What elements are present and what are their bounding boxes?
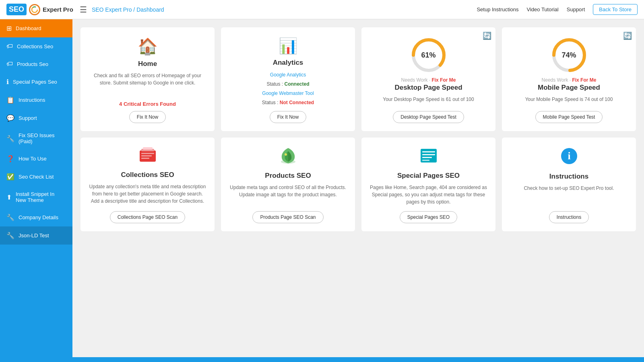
desktop-refresh-icon[interactable]: 🔄 [483, 31, 491, 40]
how-to-use-icon: ❓ [6, 155, 14, 162]
home-card-desc: Check and fix all SEO errors of Homepage… [89, 72, 206, 95]
seo-logo-text: SEO [6, 4, 27, 15]
sidebar-item-dashboard[interactable]: ⊞ Dashboard [0, 19, 72, 37]
breadcrumb-prefix: SEO Expert Pro / [92, 6, 136, 13]
breadcrumb-current[interactable]: Dashboard [136, 6, 164, 13]
instructions-button[interactable]: Instructions [549, 211, 589, 223]
products-seo-card: Products SEO Update meta tags and contro… [221, 138, 355, 231]
mobile-needs-work: Needs Work · Fix For Me [542, 77, 597, 83]
sidebar-label-json-ld: Json-LD Test [19, 232, 49, 239]
desktop-needs-work: Needs Work · Fix For Me [401, 77, 456, 83]
collections-seo-icon [139, 147, 157, 167]
sidebar-label-instructions: Instructions [19, 97, 45, 103]
svg-rect-15 [422, 151, 435, 152]
sidebar-item-instructions[interactable]: 📋 Instructions [0, 91, 72, 109]
analytics-card-title: Analytics [273, 59, 303, 67]
instructions-card-desc: Check how to set-up SEO Expert Pro tool. [524, 185, 614, 206]
sidebar-label-special: Special Pages Seo [13, 79, 57, 85]
collections-seo-card: Collections SEO Update any collection's … [80, 138, 215, 231]
support-link[interactable]: Support [567, 6, 585, 12]
special-pages-icon [420, 147, 438, 168]
svg-point-13 [285, 153, 287, 156]
special-pages-icon: ℹ [6, 78, 9, 86]
svg-rect-9 [141, 153, 154, 154]
svg-rect-10 [141, 155, 152, 156]
svg-point-0 [32, 7, 37, 12]
collections-icon: 🏷 [6, 43, 13, 50]
sidebar-label-snippet: Install Snippet In New Theme [16, 191, 66, 203]
mobile-speed-test-button[interactable]: Mobile Page Speed Test [535, 111, 603, 123]
layout: ⊞ Dashboard 🏷 Collections Seo 🏷 Products… [0, 19, 644, 357]
desktop-speed-card: 🔄 61% Needs Work · Fix For Me Desktop Pa… [361, 27, 495, 131]
sidebar-label-company: Company Details [19, 214, 58, 220]
sidebar-label-how-to-use: How To Use [19, 156, 47, 162]
svg-rect-8 [143, 147, 153, 150]
home-card: 🏠 Home Check and fix all SEO errors of H… [80, 27, 215, 131]
special-pages-card-title: Special Pages SEO [397, 172, 460, 180]
video-tutorial-link[interactable]: Video Tutorial [526, 6, 558, 12]
sidebar-item-products-seo[interactable]: 🏷 Products Seo [0, 55, 72, 73]
collections-seo-card-title: Collections SEO [121, 171, 174, 179]
home-card-error: 4 Critical Errors Found [119, 101, 176, 107]
products-seo-card-desc: Update meta tags and control SEO of all … [229, 184, 347, 206]
svg-text:i: i [568, 150, 570, 162]
sidebar-label-products: Products Seo [17, 61, 48, 67]
breadcrumb: SEO Expert Pro / Dashboard [92, 6, 477, 13]
special-pages-button[interactable]: Special Pages SEO [400, 211, 457, 223]
sidebar-item-json-ld[interactable]: 🔧 Json-LD Test [0, 226, 72, 245]
setup-instructions-link[interactable]: Setup Instructions [477, 6, 518, 12]
collections-seo-card-desc: Update any collection's meta title and m… [89, 183, 206, 206]
instructions-icon: 📋 [6, 96, 14, 104]
svg-rect-17 [422, 157, 432, 158]
analytics-card: 📊 Analytics Google Analytics Status : Co… [221, 27, 355, 131]
desktop-speed-title: Desktop Page Speed [394, 84, 462, 92]
logo-icon [29, 4, 40, 15]
topbar-links: Setup Instructions Video Tutorial Suppor… [477, 4, 638, 15]
company-icon: 🔧 [6, 214, 14, 221]
back-to-store-button[interactable]: Back To Store [593, 4, 638, 15]
sidebar-item-seo-checklist[interactable]: ✅ Seo Check List [0, 168, 72, 186]
instructions-card: i Instructions Check how to set-up SEO E… [502, 138, 636, 231]
cards-grid: 🏠 Home Check and fix all SEO errors of H… [80, 27, 636, 231]
desktop-fix-link[interactable]: Fix For Me [431, 77, 456, 83]
ga-status: Status : Connected [266, 81, 309, 87]
sidebar-label-support: Support [19, 115, 37, 121]
json-ld-icon: 🔧 [6, 232, 14, 239]
products-scan-button[interactable]: Products Page SEO Scan [252, 211, 323, 223]
mobile-refresh-icon[interactable]: 🔄 [623, 31, 632, 40]
ga-status-label: Status : [266, 81, 284, 87]
sidebar-item-fix-seo[interactable]: 🔧 Fix SEO Issues (Paid) [0, 127, 72, 150]
sidebar-item-install-snippet[interactable]: ⬆ Install Snippet In New Theme [0, 186, 72, 208]
analytics-fix-button[interactable]: Fix It Now [270, 111, 306, 123]
special-pages-card: Special Pages SEO Pages like Home, Searc… [361, 138, 495, 231]
home-card-title: Home [138, 60, 157, 68]
mobile-fix-link[interactable]: Fix For Me [572, 77, 596, 83]
collections-scan-button[interactable]: Collections Page SEO Scan [110, 211, 185, 223]
sidebar-label-collections: Collections Seo [17, 43, 53, 49]
sidebar-item-how-to-use[interactable]: ❓ How To Use [0, 150, 72, 168]
special-pages-card-desc: Pages like Home, Search page, 404 are co… [369, 184, 487, 206]
sidebar: ⊞ Dashboard 🏷 Collections Seo 🏷 Products… [0, 19, 72, 357]
sidebar-item-special-pages[interactable]: ℹ Special Pages Seo [0, 73, 72, 91]
fix-seo-icon: 🔧 [6, 135, 14, 142]
desktop-speed-percent: 61% [421, 51, 436, 60]
sidebar-item-company-details[interactable]: 🔧 Company Details [0, 208, 72, 226]
svg-rect-16 [422, 154, 435, 155]
footer-bar [0, 357, 644, 362]
google-webmaster-link[interactable]: Google Webmaster Tool [262, 90, 314, 96]
products-seo-card-title: Products SEO [265, 172, 311, 180]
home-fix-button[interactable]: Fix It Now [129, 111, 166, 123]
gwt-status: Status : Not Connected [262, 100, 314, 105]
google-analytics-link[interactable]: Google Analytics [270, 72, 306, 78]
desktop-speed-test-button[interactable]: Desktop Page Speed Test [393, 111, 464, 123]
desktop-speed-desc: Your Desktop Page Speed is 61 out of 100 [383, 96, 474, 105]
products-icon: 🏷 [6, 60, 13, 68]
support-icon: 💬 [6, 114, 14, 122]
hamburger-icon[interactable]: ☰ [80, 5, 87, 14]
dashboard-icon: ⊞ [6, 25, 12, 32]
mobile-gauge: 74% [551, 37, 587, 73]
sidebar-item-collections-seo[interactable]: 🏷 Collections Seo [0, 37, 72, 55]
ga-status-value: Connected [285, 81, 310, 87]
sidebar-item-support[interactable]: 💬 Support [0, 109, 72, 127]
analytics-icon: 📊 [279, 37, 297, 55]
